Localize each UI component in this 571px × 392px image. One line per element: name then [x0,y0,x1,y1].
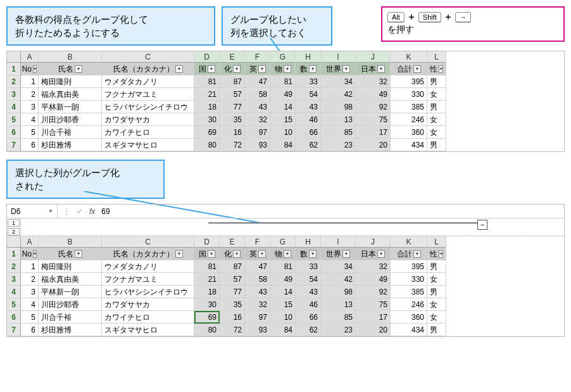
cell-name[interactable]: 福永真由美 [39,88,102,101]
header-subject-1[interactable]: 化▾ [220,248,245,260]
cell-score[interactable]: 30 [194,298,220,311]
cell-score[interactable]: 98 [321,101,356,113]
cell-gender[interactable]: 女 [427,113,446,126]
header-subject-6[interactable]: 日本▾ [356,248,391,260]
row-header-5[interactable]: 5 [7,113,21,126]
cell-score[interactable]: 75 [356,298,391,311]
cell-total[interactable]: 246 [391,298,427,311]
cell-total[interactable]: 330 [391,273,427,286]
formula-value[interactable]: 69 [101,207,110,216]
cell-score[interactable]: 72 [220,324,245,336]
filter-icon[interactable]: ▾ [439,65,443,73]
filter-icon[interactable]: ▾ [377,250,385,258]
cell-score[interactable]: 43 [245,286,270,298]
cell-score[interactable]: 35 [220,113,245,126]
cell-score[interactable]: 97 [245,126,270,139]
column-header-D[interactable]: D [194,51,220,63]
cell-score[interactable]: 30 [194,113,220,126]
column-header-J[interactable]: J [356,51,391,63]
select-all-corner[interactable] [7,51,21,63]
cell-score[interactable]: 49 [270,88,296,101]
filter-icon[interactable]: ▾ [342,250,350,258]
row-header-4[interactable]: 4 [7,101,21,113]
cell-score[interactable]: 84 [270,324,296,336]
cell-name[interactable]: 平林新一朗 [39,286,102,298]
column-header-B[interactable]: B [39,51,102,63]
filter-icon[interactable]: ▾ [284,250,291,258]
cell-score[interactable]: 32 [245,298,270,311]
cell-name[interactable]: 梅田隆則 [39,75,102,88]
cell-no[interactable]: 5 [21,126,39,139]
cell-score[interactable]: 23 [321,139,356,151]
cell-score[interactable]: 66 [296,311,321,324]
header-subject-0[interactable]: 国▾ [194,248,220,260]
cell-score[interactable]: 14 [270,286,296,298]
cell-kana[interactable]: フクナガマユミ [102,273,194,286]
cell-score[interactable]: 49 [356,88,391,101]
cell-score[interactable]: 15 [270,113,296,126]
cell-score[interactable]: 85 [321,126,356,139]
filter-icon[interactable]: ▾ [377,65,385,73]
cell-total[interactable]: 395 [391,260,427,273]
filter-icon[interactable]: ▾ [175,65,183,73]
cell-score[interactable]: 77 [220,286,245,298]
cell-name[interactable]: 川田沙耶香 [39,113,102,126]
cell-score[interactable]: 81 [194,260,220,273]
row-header-6[interactable]: 6 [7,126,21,139]
cell-kana[interactable]: ヒラバヤシシンイチロウ [102,101,194,113]
filter-icon[interactable]: ▾ [342,65,350,73]
header-subject-4[interactable]: 数▾ [296,248,321,260]
cell-score[interactable]: 69 [194,311,220,324]
filter-icon[interactable]: ▾ [413,250,421,258]
cell-kana[interactable]: カワイチヒロ [102,126,194,139]
cell-kana[interactable]: スギタマサヒロ [102,324,194,336]
dropdown-icon[interactable]: ▼ [48,208,53,214]
cell-score[interactable]: 43 [296,286,321,298]
cell-no[interactable]: 1 [21,260,39,273]
cell-score[interactable]: 21 [194,273,220,286]
cell-name[interactable]: 川合千裕 [39,126,102,139]
cell-score[interactable]: 32 [245,113,270,126]
cell-total[interactable]: 360 [391,126,427,139]
header-subject-2[interactable]: 英▾ [245,248,270,260]
cell-score[interactable]: 43 [245,101,270,113]
cell-kana[interactable]: スギタマサヒロ [102,139,194,151]
header-kana[interactable]: 氏名（カタカナ）▾ [102,63,194,75]
cell-score[interactable]: 81 [194,75,220,88]
column-header-I[interactable]: I [321,51,356,63]
header-subject-1[interactable]: 化▾ [220,63,245,75]
filter-icon[interactable]: ▾ [284,65,291,73]
header-subject-0[interactable]: 国▾ [194,63,220,75]
cell-gender[interactable]: 男 [427,75,446,88]
cell-total[interactable]: 385 [391,101,427,113]
header-name[interactable]: 氏名▾ [39,248,102,260]
cell-score[interactable]: 81 [270,75,296,88]
cell-score[interactable]: 66 [296,126,321,139]
filter-icon[interactable]: ▾ [258,250,266,258]
filter-icon[interactable]: ▾ [439,250,443,258]
cell-score[interactable]: 17 [356,126,391,139]
cell-score[interactable]: 49 [270,273,296,286]
header-kana[interactable]: 氏名（カタカナ）▾ [102,248,194,260]
filter-icon[interactable]: ▾ [413,65,421,73]
cell-kana[interactable]: カワダサヤカ [102,298,194,311]
cell-score[interactable]: 35 [220,298,245,311]
cell-score[interactable]: 57 [220,88,245,101]
row-header-7[interactable]: 7 [7,139,21,151]
cell-score[interactable]: 34 [321,260,356,273]
cell-score[interactable]: 18 [194,286,220,298]
header-subject-5[interactable]: 世界▾ [321,248,356,260]
cell-gender[interactable]: 女 [427,126,446,139]
filter-icon[interactable]: ▾ [33,65,37,73]
cell-no[interactable]: 6 [21,139,39,151]
filter-icon[interactable]: ▾ [75,65,82,73]
cell-score[interactable]: 54 [296,88,321,101]
column-header-A[interactable]: A [21,51,39,63]
cell-name[interactable]: 川合千裕 [39,311,102,324]
header-total[interactable]: 合計▾ [391,63,427,75]
cell-score[interactable]: 16 [220,311,245,324]
row-header-1[interactable]: 1 [7,248,21,260]
cell-score[interactable]: 42 [321,88,356,101]
filter-icon[interactable]: ▾ [258,65,266,73]
cell-gender[interactable]: 男 [427,139,446,151]
